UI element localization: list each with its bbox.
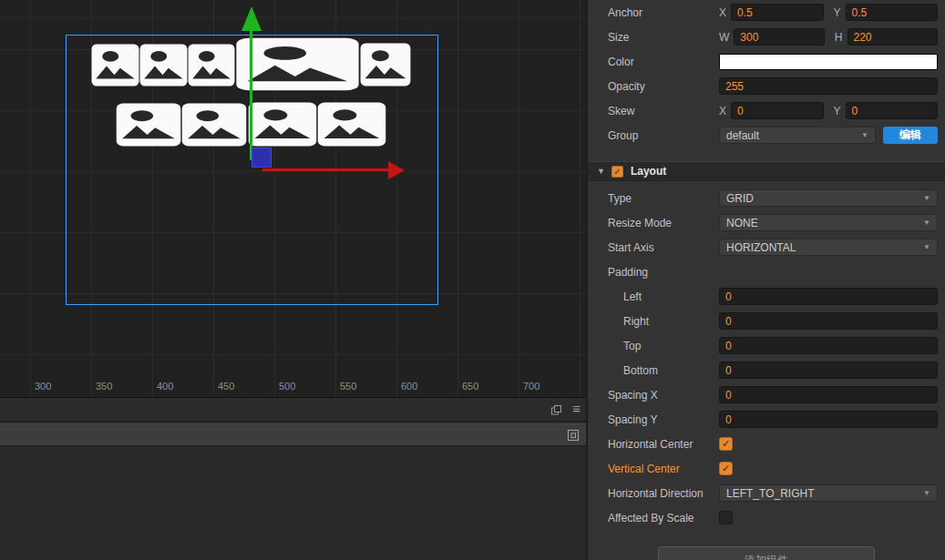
skew-label: Skew <box>588 105 719 117</box>
size-h-label: H <box>835 31 843 44</box>
layout-type-row: Type GRID ▼ <box>588 186 945 210</box>
chevron-down-icon: ▼ <box>923 243 930 251</box>
resize-mode-dropdown[interactable]: NONE ▼ <box>719 214 938 231</box>
ruler-label: 450 <box>218 381 234 392</box>
sprite-image-placeholder[interactable] <box>248 102 317 147</box>
anchor-y-label: Y <box>834 6 841 19</box>
skew-row: Skew X Y <box>588 98 945 123</box>
chevron-down-icon: ▼ <box>861 131 868 139</box>
spacing-y-label: Spacing Y <box>588 413 719 426</box>
spacing-x-row: Spacing X <box>588 382 945 407</box>
spacing-y-input[interactable] <box>719 411 938 428</box>
anchor-x-input[interactable] <box>731 4 823 21</box>
layout-section-header[interactable]: ▼ ✓ Layout <box>588 161 945 181</box>
padding-label: Padding <box>588 266 719 279</box>
start-axis-dropdown[interactable]: HORIZONTAL ▼ <box>719 239 938 256</box>
chevron-down-icon: ▼ <box>923 219 930 227</box>
size-w-input[interactable] <box>734 28 825 46</box>
layout-type-label: Type <box>588 192 719 205</box>
color-swatch[interactable] <box>719 54 938 70</box>
vertical-center-label: Vertical Center <box>588 463 719 475</box>
padding-top-row: Top <box>588 333 945 358</box>
padding-right-input[interactable] <box>719 312 938 330</box>
anchor-y-input[interactable] <box>846 4 938 21</box>
spacing-x-label: Spacing X <box>588 389 719 402</box>
size-h-input[interactable] <box>847 28 939 46</box>
gizmo-x-axis-line[interactable] <box>262 168 389 171</box>
sprite-image-placeholder[interactable] <box>91 44 139 87</box>
anchor-row: Anchor X Y <box>588 0 945 25</box>
layout-enabled-checkbox[interactable]: ✓ <box>611 166 623 178</box>
affected-by-scale-checkbox[interactable] <box>719 511 733 524</box>
bottom-panel-header[interactable] <box>0 423 586 446</box>
ruler-label: 400 <box>157 381 173 392</box>
group-dropdown[interactable]: default ▼ <box>719 127 876 144</box>
gizmo-x-axis-arrow-icon[interactable] <box>388 161 405 179</box>
chevron-down-icon: ▼ <box>923 489 930 497</box>
horizontal-direction-value: LEFT_TO_RIGHT <box>726 487 814 500</box>
padding-left-label: Left <box>588 290 719 303</box>
anchor-label: Anchor <box>588 6 719 19</box>
affected-by-scale-row: Affected By Scale <box>588 505 945 530</box>
group-row: Group default ▼ 编辑 <box>588 123 945 148</box>
ruler-label: 350 <box>96 381 112 392</box>
collapse-arrow-icon[interactable]: ▼ <box>597 167 605 176</box>
horizontal-center-row: Horizontal Center ✓ <box>588 432 945 456</box>
skew-y-label: Y <box>834 105 841 117</box>
sprite-image-placeholder[interactable] <box>116 103 181 147</box>
padding-left-row: Left <box>588 284 945 309</box>
size-w-label: W <box>719 31 729 44</box>
padding-bottom-input[interactable] <box>719 361 938 379</box>
ruler-label: 650 <box>462 381 478 392</box>
layout-type-dropdown[interactable]: GRID ▼ <box>719 189 938 207</box>
horizontal-direction-label: Horizontal Direction <box>588 487 719 500</box>
padding-right-row: Right <box>588 309 945 333</box>
start-axis-label: Start Axis <box>588 241 719 254</box>
group-edit-button[interactable]: 编辑 <box>883 127 938 144</box>
gizmo-y-axis-line[interactable] <box>250 29 252 160</box>
padding-bottom-label: Bottom <box>588 364 719 377</box>
padding-top-label: Top <box>588 340 719 352</box>
group-dropdown-value: default <box>726 129 759 142</box>
padding-right-label: Right <box>588 315 719 328</box>
sprite-image-placeholder[interactable] <box>188 44 235 87</box>
layout-section-title: Layout <box>631 165 666 178</box>
padding-row: Padding <box>588 260 945 284</box>
bottom-panel-body <box>0 446 586 560</box>
popout-icon[interactable] <box>567 429 580 445</box>
skew-y-input[interactable] <box>846 102 938 119</box>
resize-mode-label: Resize Mode <box>588 217 719 229</box>
opacity-input[interactable] <box>719 77 938 95</box>
sprite-image-placeholder[interactable] <box>181 103 247 147</box>
opacity-label: Opacity <box>588 80 719 93</box>
color-label: Color <box>588 56 719 68</box>
gizmo-y-axis-arrow-icon[interactable] <box>241 6 262 31</box>
horizontal-center-label: Horizontal Center <box>588 438 719 451</box>
ruler-label: 300 <box>35 381 51 392</box>
horizontal-center-checkbox[interactable]: ✓ <box>719 437 733 451</box>
color-row: Color <box>588 49 945 74</box>
sprite-image-placeholder[interactable] <box>360 43 411 87</box>
ruler-label: 600 <box>401 381 417 392</box>
sprite-image-placeholder[interactable] <box>139 44 188 87</box>
gizmo-center-handle[interactable] <box>252 148 272 168</box>
add-component-button[interactable]: 添加组件 <box>658 546 875 560</box>
sprite-image-placeholder[interactable] <box>317 102 386 147</box>
scene-view: 300 350 400 450 500 550 600 650 700 ≡ <box>0 0 586 560</box>
float-panel-icon[interactable] <box>550 403 562 420</box>
spacing-y-row: Spacing Y <box>588 407 945 432</box>
resize-mode-row: Resize Mode NONE ▼ <box>588 210 945 235</box>
group-label: Group <box>588 129 719 142</box>
size-label: Size <box>588 31 719 44</box>
scene-canvas[interactable]: 300 350 400 450 500 550 600 650 700 <box>0 0 586 398</box>
start-axis-row: Start Axis HORIZONTAL ▼ <box>588 235 945 260</box>
menu-icon[interactable]: ≡ <box>572 401 580 417</box>
spacing-x-input[interactable] <box>719 386 938 403</box>
sprite-image-placeholder-large[interactable] <box>235 37 360 91</box>
padding-left-input[interactable] <box>719 288 938 305</box>
vertical-center-checkbox[interactable]: ✓ <box>719 462 733 475</box>
skew-x-input[interactable] <box>731 102 823 119</box>
affected-by-scale-label: Affected By Scale <box>588 512 719 524</box>
horizontal-direction-dropdown[interactable]: LEFT_TO_RIGHT ▼ <box>719 484 938 502</box>
padding-top-input[interactable] <box>719 337 938 354</box>
